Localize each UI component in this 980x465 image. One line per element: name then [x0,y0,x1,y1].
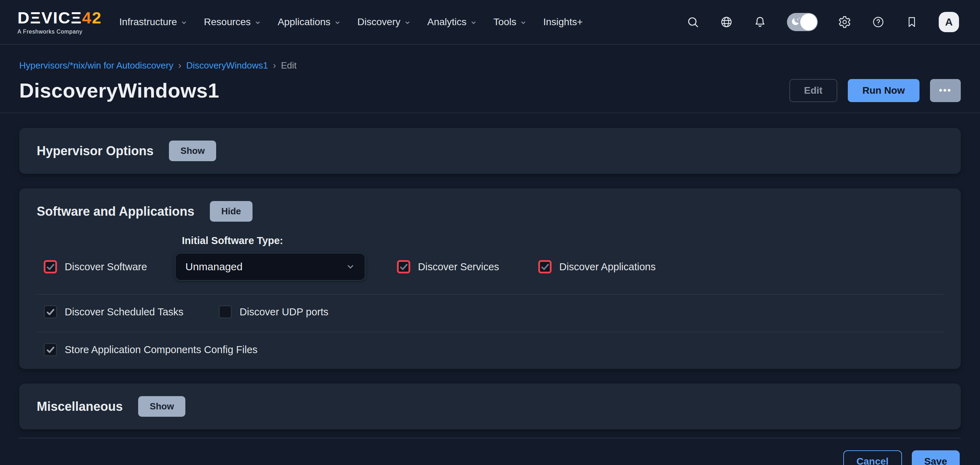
checkbox-label: Discover UDP ports [240,306,328,318]
topbar-actions: A [686,12,959,32]
breadcrumb: Hypervisors/*nix/win for Autodiscovery ›… [19,60,961,71]
page-header: DiscoveryWindows1 Edit Run Now ••• [0,79,980,102]
avatar[interactable]: A [939,12,959,32]
checkbox-label: Discover Scheduled Tasks [65,306,184,318]
checkbox-label: Store Application Components Config File… [65,344,258,355]
toggle-knob [800,14,817,30]
software-row-1: Discover Software Unmanaged Discover Ser… [37,253,943,281]
checkbox-box[interactable] [44,305,57,319]
logo-accent-4: 4 [82,8,92,27]
nav-label: Insights+ [543,16,583,28]
software-row-2: Discover Scheduled Tasks Discover UDP po… [37,295,943,319]
logo-accent-2: 2 [92,8,102,27]
device42-logo[interactable]: DΞVICΞ42 A Freshworks Company [18,10,102,35]
checkbox-box[interactable] [44,343,57,356]
chevron-down-icon [404,19,410,26]
page-title: DiscoveryWindows1 [19,79,219,102]
breadcrumb-separator: › [178,60,181,71]
nav-label: Resources [204,16,251,28]
nav-item-applications[interactable]: Applications [278,16,340,28]
checkbox-box[interactable] [44,260,57,273]
nav-item-analytics[interactable]: Analytics [427,16,477,28]
miscellaneous-section: Miscellaneous Show [19,384,961,429]
chevron-down-icon [520,19,527,26]
breadcrumb-current: Edit [281,60,297,71]
chevron-down-icon [471,19,477,26]
footer-actions: Cancel Save [0,438,980,465]
hypervisor-show-button[interactable]: Show [169,141,216,161]
nav-item-infrastructure[interactable]: Infrastructure [119,16,187,28]
checkbox-box[interactable] [219,305,232,319]
checkbox-discover-udp-ports[interactable]: Discover UDP ports [219,305,328,319]
section-title: Software and Applications [37,204,194,219]
breadcrumb-separator: › [273,60,276,71]
edit-button[interactable]: Edit [789,79,837,102]
chevron-down-icon [346,262,355,271]
nav-label: Applications [278,16,331,28]
theme-toggle[interactable] [787,13,818,31]
check-icon [46,345,55,354]
checkbox-store-app-config-files[interactable]: Store Application Components Config File… [44,343,258,356]
checkbox-box[interactable] [397,260,410,273]
check-icon [540,262,550,271]
run-now-button[interactable]: Run Now [848,79,920,102]
logo-tagline: A Freshworks Company [18,29,102,35]
check-icon [399,262,409,271]
logo-wordmark: DΞVICΞ42 [18,10,102,26]
cancel-button[interactable]: Cancel [843,450,902,465]
bell-icon[interactable] [753,15,767,29]
section-header: Miscellaneous Show [37,384,943,429]
software-row-3: Store Application Components Config File… [37,332,943,356]
nav-label: Infrastructure [119,16,177,28]
gear-icon[interactable] [838,15,851,29]
chevron-down-icon [334,19,340,26]
checkbox-box[interactable] [538,260,552,273]
chevron-down-icon [181,19,187,26]
more-actions-button[interactable]: ••• [930,79,961,102]
page-actions: Edit Run Now ••• [789,79,961,102]
miscellaneous-show-button[interactable]: Show [138,396,185,417]
checkbox-discover-services[interactable]: Discover Services [397,260,499,273]
checkbox-label: Discover Services [418,261,499,273]
hypervisor-options-section: Hypervisor Options Show [19,128,961,174]
nav-label: Tools [493,16,516,28]
initial-software-type-select[interactable]: Unmanaged [175,253,366,281]
check-icon [46,262,55,271]
nav-item-discovery[interactable]: Discovery [358,16,410,28]
nav-label: Discovery [358,16,401,28]
initial-software-type-label: Initial Software Type: [182,235,943,246]
section-header: Software and Applications Hide [37,189,943,234]
nav-item-insights[interactable]: Insights+ [543,16,583,28]
software-applications-section: Software and Applications Hide Initial S… [19,189,961,369]
software-form: Initial Software Type: Discover Software… [37,235,943,369]
section-title: Hypervisor Options [37,144,154,159]
top-navigation-bar: DΞVICΞ42 A Freshworks Company Infrastruc… [0,0,980,45]
check-icon [46,307,55,317]
breadcrumb-link-discoverywindows1[interactable]: DiscoveryWindows1 [186,60,268,71]
checkbox-discover-scheduled-tasks[interactable]: Discover Scheduled Tasks [44,305,219,319]
checkbox-discover-applications[interactable]: Discover Applications [538,260,656,273]
nav-item-resources[interactable]: Resources [204,16,261,28]
checkbox-discover-software[interactable]: Discover Software [44,260,175,273]
breadcrumb-link-autodiscovery[interactable]: Hypervisors/*nix/win for Autodiscovery [19,60,173,71]
main-nav: Infrastructure Resources Applications Di… [119,16,583,28]
checkbox-label: Discover Applications [559,261,656,273]
section-header: Hypervisor Options Show [37,128,943,174]
globe-icon[interactable] [720,15,733,29]
selected-option: Unmanaged [185,261,242,273]
nav-label: Analytics [427,16,466,28]
nav-item-tools[interactable]: Tools [493,16,527,28]
help-icon[interactable] [872,15,885,29]
avatar-initial: A [945,16,953,28]
section-title: Miscellaneous [37,399,123,414]
logo-brand-text: DΞVICΞ [18,8,82,27]
chevron-down-icon [255,19,261,26]
software-hide-button[interactable]: Hide [210,201,253,222]
checkbox-label: Discover Software [65,261,147,273]
header-divider [0,113,980,113]
bookmark-icon[interactable] [905,15,918,29]
search-icon[interactable] [686,15,700,29]
save-button[interactable]: Save [912,450,960,465]
